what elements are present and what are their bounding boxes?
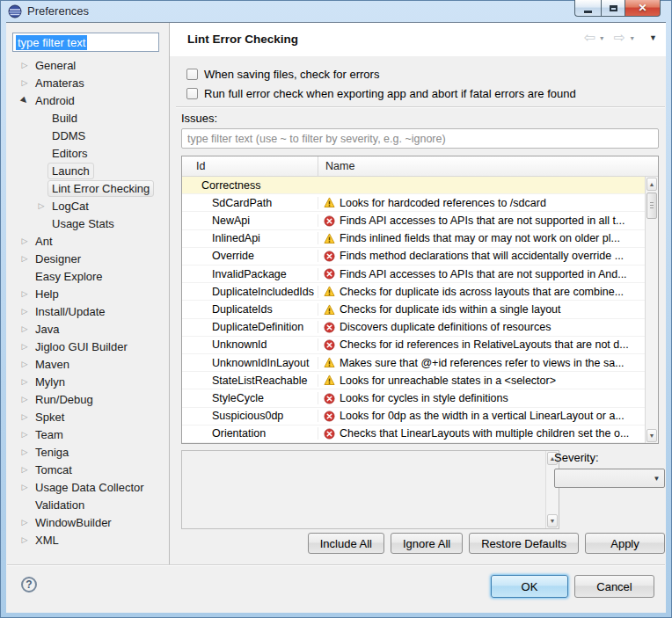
collapse-arrow-icon[interactable]: ▶ (18, 93, 33, 108)
expand-arrow-icon[interactable]: ▷ (18, 412, 31, 421)
expand-arrow-icon[interactable]: ▷ (18, 447, 31, 456)
scrollbar-track (646, 220, 658, 428)
forward-history-dropdown-icon[interactable]: ▼ (629, 35, 635, 41)
sidebar-item-mylyn[interactable]: ▷Mylyn (8, 373, 168, 390)
issue-description-box[interactable]: ▲ ▼ (181, 450, 559, 529)
expand-arrow-icon[interactable]: ▷ (18, 236, 31, 245)
table-row[interactable]: UnknownIdChecks for id references in Rel… (182, 337, 645, 354)
table-header: Id Name (182, 156, 658, 177)
sidebar-item-tomcat[interactable]: ▷Tomcat (8, 461, 168, 478)
maximize-button[interactable] (601, 0, 625, 17)
scrollbar-thumb[interactable] (646, 193, 657, 219)
view-menu-button[interactable]: ▼ (649, 33, 657, 42)
sidebar-item-team[interactable]: ▷Team (8, 425, 168, 443)
table-row[interactable]: UnknownIdInLayoutMakes sure that @+id re… (182, 354, 645, 372)
sidebar-item-spket[interactable]: ▷Spket (8, 408, 168, 425)
expand-arrow-icon[interactable]: ▷ (18, 395, 31, 404)
table-row[interactable]: DuplicateIncludedIdsChecks for duplicate… (182, 283, 645, 301)
sidebar-item-amateras[interactable]: ▷Amateras (8, 74, 168, 91)
scroll-up-icon[interactable]: ▲ (646, 178, 657, 191)
sidebar-item-logcat[interactable]: ▷LogCat (8, 197, 168, 214)
sidebar-item-build[interactable]: Build (8, 109, 168, 127)
checkbox-export-check[interactable] (186, 88, 198, 99)
table-row[interactable]: SdCardPathLooks for hardcoded references… (182, 194, 645, 212)
table-scrollbar[interactable]: ▲ ▼ (645, 177, 658, 443)
scroll-down-icon[interactable]: ▼ (547, 514, 558, 527)
expand-arrow-icon[interactable]: ▷ (18, 430, 31, 439)
sidebar-item-maven[interactable]: ▷Maven (8, 355, 168, 373)
table-row[interactable]: Correctness (182, 177, 645, 194)
sidebar-item-general[interactable]: ▷General (8, 56, 168, 74)
expand-arrow-icon[interactable]: ▷ (18, 342, 31, 351)
table-row[interactable]: DuplicateIdsChecks for duplicate ids wit… (182, 301, 645, 318)
tree-filter-input[interactable]: type filter text (12, 33, 159, 52)
help-button[interactable]: ? (21, 577, 37, 593)
expand-arrow-icon[interactable]: ▷ (18, 307, 31, 316)
table-row[interactable]: StateListReachableLooks for unreachable … (182, 372, 645, 389)
expand-arrow-icon[interactable]: ▷ (18, 254, 31, 263)
cancel-button[interactable]: Cancel (574, 575, 654, 598)
sidebar-item-run-debug[interactable]: ▷Run/Debug (8, 390, 168, 408)
expand-arrow-icon[interactable]: ▷ (35, 201, 47, 210)
expand-arrow-icon[interactable]: ▷ (18, 483, 31, 491)
sidebar-item-editors[interactable]: Editors (8, 144, 168, 162)
sidebar-item-xml[interactable]: ▷XML (8, 531, 168, 549)
include-all-button[interactable]: Include All (308, 533, 384, 554)
column-header-id[interactable]: Id (182, 156, 318, 176)
sidebar-item-launch[interactable]: Launch (8, 162, 168, 179)
expand-arrow-icon[interactable]: ▷ (18, 377, 31, 386)
sidebar-item-easy-explore[interactable]: Easy Explore (8, 267, 168, 285)
forward-button[interactable]: ⇨ (614, 31, 625, 45)
sidebar-item-ant[interactable]: ▷Ant (8, 232, 168, 250)
sidebar-item-usage-stats[interactable]: Usage Stats (8, 214, 168, 232)
expand-arrow-icon[interactable]: ▷ (18, 518, 31, 527)
sidebar-item-validation[interactable]: Validation (8, 496, 168, 513)
table-row[interactable]: InlinedApiFinds inlined fields that may … (182, 230, 645, 248)
table-row[interactable]: DuplicateDefinitionDiscovers duplicate d… (182, 319, 645, 337)
restore-defaults-button[interactable]: Restore Defaults (469, 533, 579, 554)
issue-name-cell: Finds API accesses to APIs that are not … (318, 268, 645, 280)
sidebar-item-usage-data-collector[interactable]: ▷Usage Data Collector (8, 478, 168, 496)
sidebar-item-lint-error-checking[interactable]: Lint Error Checking (8, 179, 168, 197)
apply-button[interactable]: Apply (585, 533, 665, 554)
ok-button[interactable]: OK (491, 575, 568, 598)
expand-arrow-icon[interactable]: ▷ (18, 289, 31, 298)
issues-filter-input[interactable] (181, 128, 659, 149)
sidebar-item-designer[interactable]: ▷Designer (8, 250, 168, 267)
sidebar-item-ddms[interactable]: DDMS (8, 127, 168, 144)
table-row[interactable]: InvalidPackageFinds API accesses to APIs… (182, 265, 645, 283)
checkbox-save-check[interactable] (186, 69, 198, 80)
expand-arrow-icon[interactable]: ▷ (18, 61, 31, 69)
issue-name-cell: Looks for hardcoded references to /sdcar… (318, 197, 645, 209)
back-button[interactable]: ⇦ (583, 31, 595, 45)
severity-select[interactable]: ▼ (554, 469, 665, 488)
table-row[interactable]: OverrideFinds method declarations that w… (182, 248, 645, 265)
sidebar-item-jigloo-gui-builder[interactable]: ▷Jigloo GUI Builder (8, 338, 168, 355)
table-row[interactable]: NewApiFinds API accesses to APIs that ar… (182, 212, 645, 229)
back-history-dropdown-icon[interactable]: ▼ (599, 35, 605, 41)
sidebar-item-android[interactable]: ▶Android (8, 91, 168, 109)
sidebar-item-windowbuilder[interactable]: ▷WindowBuilder (8, 513, 168, 531)
close-button[interactable]: ✕ (625, 0, 661, 17)
expand-arrow-icon[interactable]: ▷ (18, 324, 31, 333)
ignore-all-button[interactable]: Ignore All (391, 533, 463, 554)
sidebar-item-install-update[interactable]: ▷Install/Update (8, 302, 168, 320)
table-row[interactable]: Suspicious0dpLooks for 0dp as the width … (182, 408, 645, 425)
checkbox-row-save-check[interactable]: When saving files, check for errors (186, 68, 379, 81)
sidebar-item-teniga[interactable]: ▷Teniga (8, 443, 168, 461)
expand-arrow-icon[interactable]: ▷ (18, 465, 31, 474)
table-row[interactable]: StyleCycleLooks for cycles in style defi… (182, 389, 645, 407)
expand-arrow-icon[interactable]: ▷ (18, 360, 31, 368)
column-header-name[interactable]: Name (318, 156, 645, 176)
sidebar-item-java[interactable]: ▷Java (8, 320, 168, 338)
sidebar-item-help[interactable]: ▷Help (8, 285, 168, 302)
maximize-icon (610, 5, 617, 11)
table-row[interactable]: OrientationChecks that LinearLayouts wit… (182, 425, 645, 443)
scroll-down-icon[interactable]: ▼ (646, 429, 657, 442)
issue-id-cell: Suspicious0dp (182, 410, 318, 422)
minimize-button[interactable] (574, 0, 601, 17)
checkbox-row-export-check[interactable]: Run full error check when exporting app … (186, 87, 576, 100)
expand-arrow-icon[interactable]: ▷ (18, 78, 31, 87)
titlebar[interactable]: Preferences ✕ (0, 0, 672, 22)
expand-arrow-icon[interactable]: ▷ (18, 535, 31, 544)
